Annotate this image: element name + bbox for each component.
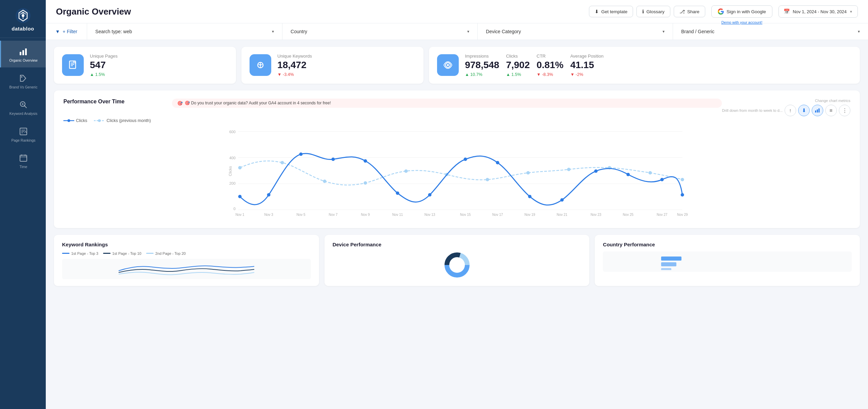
change-metrics-label: Change chart metrics bbox=[815, 99, 850, 103]
get-template-button[interactable]: ⬇ Get template bbox=[589, 6, 633, 17]
stats-section: Unique Pages 547 ▲ 1.5% Unique Keywords … bbox=[46, 40, 868, 90]
svg-point-20 bbox=[98, 119, 101, 122]
databloo-logo-icon bbox=[15, 7, 31, 24]
legend-2nd-top20: 2nd Page - Top 20 bbox=[146, 251, 186, 255]
chevron-down-icon: ▼ bbox=[849, 10, 853, 14]
svg-point-43 bbox=[267, 193, 271, 197]
main-content: Organic Overview ⬇ Get template ℹ Glossa… bbox=[46, 0, 868, 409]
svg-point-48 bbox=[428, 193, 432, 197]
sidebar-item-page-rankings[interactable]: Page Rankings bbox=[0, 121, 46, 147]
svg-point-13 bbox=[447, 64, 449, 66]
svg-text:Nov 5: Nov 5 bbox=[296, 213, 305, 217]
svg-text:Nov 11: Nov 11 bbox=[392, 213, 403, 217]
svg-point-56 bbox=[681, 193, 684, 197]
device-performance-card: Device Performance bbox=[324, 235, 590, 286]
unique-pages-label: Unique Pages bbox=[90, 54, 228, 59]
svg-point-47 bbox=[396, 191, 399, 195]
google-logo-icon bbox=[718, 8, 724, 15]
svg-text:Nov 29: Nov 29 bbox=[677, 213, 688, 217]
sidebar-item-organic-overview[interactable]: Organic Overview bbox=[0, 41, 46, 67]
sidebar-navigation: Organic Overview Brand Vs Generic Keywor… bbox=[0, 38, 46, 409]
svg-point-53 bbox=[594, 169, 598, 173]
device-category-filter[interactable]: Device Category ▾ bbox=[478, 23, 673, 40]
unique-keywords-info: Unique Keywords 18,472 ▼ -3.4% bbox=[277, 54, 415, 77]
sidebar-label-organic: Organic Overview bbox=[9, 58, 37, 63]
svg-text:Nov 15: Nov 15 bbox=[460, 213, 471, 217]
device-performance-title: Device Performance bbox=[333, 242, 581, 247]
svg-point-37 bbox=[527, 171, 530, 175]
keyword-rankings-title: Keyword Rankings bbox=[62, 242, 311, 247]
filter-button[interactable]: ▼ + Filter bbox=[46, 23, 87, 40]
glossary-button[interactable]: ℹ Glossary bbox=[636, 6, 670, 17]
drill-down-label: Drill down from month to week to d... bbox=[722, 108, 783, 113]
svg-point-55 bbox=[660, 178, 664, 181]
header: Organic Overview ⬇ Get template ℹ Glossa… bbox=[46, 0, 868, 23]
sidebar: databloo Organic Overview Brand Vs Gener… bbox=[0, 0, 46, 409]
chart-view-button[interactable] bbox=[812, 105, 823, 116]
sidebar-label-page-rankings: Page Rankings bbox=[11, 138, 35, 143]
svg-text:Nov 27: Nov 27 bbox=[657, 213, 668, 217]
sidebar-item-keyword-analysis[interactable]: Keyword Analysis bbox=[0, 94, 46, 121]
svg-point-49 bbox=[464, 158, 467, 161]
chart-download-button[interactable]: ⬇ bbox=[798, 105, 810, 116]
chart-filter-button[interactable]: ≡ bbox=[825, 105, 837, 116]
svg-point-18 bbox=[67, 119, 70, 122]
keyword-rankings-legend: 1st Page - Top 3 1st Page - Top 10 2nd P… bbox=[62, 251, 311, 255]
country-performance-card: Country Performance bbox=[595, 235, 860, 286]
legend-clicks-prev: Clicks (previous month) bbox=[94, 118, 151, 123]
svg-rect-16 bbox=[818, 108, 820, 113]
keyword-rankings-card: Keyword Rankings 1st Page - Top 3 1st Pa… bbox=[54, 235, 319, 286]
impressions-change: ▲ 10.7% bbox=[465, 72, 499, 77]
date-range-button[interactable]: 📅 Nov 1, 2024 - Nov 30, 2024 ▼ bbox=[778, 5, 858, 18]
search-type-filter[interactable]: Search type: web ▾ bbox=[87, 23, 282, 40]
svg-text:0: 0 bbox=[233, 207, 235, 211]
share-button[interactable]: ⎇ Share bbox=[674, 6, 705, 17]
country-performance-chart bbox=[603, 251, 852, 272]
unique-keywords-icon bbox=[250, 54, 271, 76]
svg-rect-2 bbox=[20, 52, 21, 55]
chart-more-button[interactable]: ⋮ bbox=[839, 105, 850, 116]
sidebar-item-time[interactable]: Time bbox=[0, 147, 46, 174]
ctr-subitem: CTR 0.81% ▼ -8.3% bbox=[537, 54, 564, 77]
country-performance-title: Country Performance bbox=[603, 242, 852, 247]
demo-label[interactable]: Demo with your account! bbox=[721, 20, 762, 24]
sidebar-item-brand-vs-generic[interactable]: Brand Vs Generic bbox=[0, 67, 46, 94]
svg-rect-76 bbox=[661, 262, 676, 266]
brand-generic-filter[interactable]: Brand / Generic ▾ bbox=[673, 23, 868, 40]
page-rankings-icon bbox=[19, 127, 28, 136]
sidebar-label-time: Time bbox=[20, 165, 27, 169]
unique-keywords-value: 18,472 bbox=[277, 60, 415, 70]
sidebar-label-brand: Brand Vs Generic bbox=[9, 85, 38, 89]
svg-point-45 bbox=[332, 158, 335, 161]
svg-text:Nov 13: Nov 13 bbox=[425, 213, 435, 217]
svg-rect-4 bbox=[25, 48, 27, 55]
sign-in-google-button[interactable]: Sign in with Google bbox=[711, 5, 772, 18]
brand-vs-generic-icon bbox=[19, 74, 28, 83]
sidebar-label-keyword: Keyword Analysis bbox=[9, 111, 37, 116]
share-icon: ⎇ bbox=[679, 9, 685, 14]
chart-area: 600 400 200 0 Clicks bbox=[63, 127, 850, 220]
audit-banner[interactable]: 🎯 🎯 Do you trust your organic data? Audi… bbox=[172, 99, 722, 108]
up-arrow-icon: ▲ bbox=[90, 72, 94, 77]
time-icon bbox=[19, 153, 28, 163]
avg-position-change: ▼ -2% bbox=[570, 72, 604, 77]
svg-point-36 bbox=[486, 178, 489, 181]
impressions-group-card: Impressions 978,548 ▲ 10.7% Clicks 7,902… bbox=[429, 47, 860, 84]
legend-clicks: Clicks bbox=[63, 118, 87, 123]
unique-pages-card: Unique Pages 547 ▲ 1.5% bbox=[54, 47, 236, 84]
target-icon: 🎯 bbox=[177, 101, 183, 106]
svg-text:200: 200 bbox=[229, 181, 235, 185]
chart-legend: Clicks Clicks (previous month) bbox=[63, 118, 850, 123]
svg-text:Nov 17: Nov 17 bbox=[492, 213, 503, 217]
svg-rect-75 bbox=[661, 257, 682, 261]
metrics-group: Impressions 978,548 ▲ 10.7% Clicks 7,902… bbox=[465, 54, 852, 77]
country-filter[interactable]: Country ▾ bbox=[282, 23, 478, 40]
search-type-label: Search type: web bbox=[95, 29, 132, 34]
chart-section: Performance Over Time 🎯 🎯 Do you trust y… bbox=[54, 90, 860, 228]
filter-icon: ▼ bbox=[55, 29, 60, 34]
chart-up-button[interactable]: ↑ bbox=[785, 105, 796, 116]
svg-text:400: 400 bbox=[229, 156, 235, 160]
performance-chart: 600 400 200 0 Clicks bbox=[63, 127, 850, 219]
svg-text:Nov 9: Nov 9 bbox=[361, 213, 370, 217]
svg-point-40 bbox=[649, 171, 652, 175]
